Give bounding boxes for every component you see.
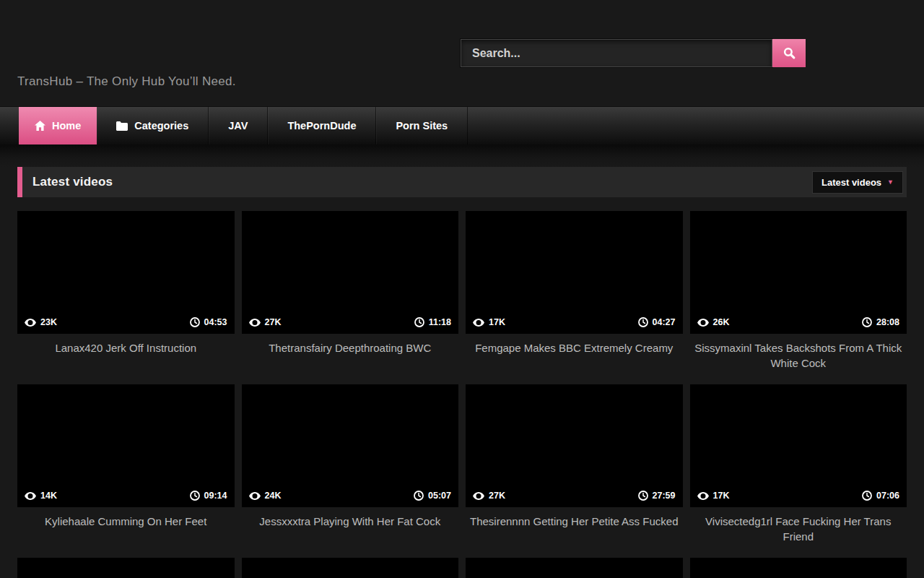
video-card[interactable]: 26K 28:08 Sissymaxinl Takes Backshots Fr… bbox=[690, 211, 907, 371]
duration: 04:53 bbox=[204, 317, 227, 327]
folder-icon bbox=[116, 121, 128, 131]
duration-meta: 04:27 bbox=[638, 317, 676, 327]
duration-meta: 09:14 bbox=[190, 491, 227, 501]
video-thumbnail[interactable] bbox=[466, 558, 683, 578]
nav-item-label: Categories bbox=[134, 120, 188, 131]
video-thumbnail[interactable]: 17K 07:06 bbox=[690, 384, 907, 507]
video-title[interactable]: Jessxxxtra Playing With Her Fat Cock bbox=[242, 514, 459, 544]
nav-item-home[interactable]: Home bbox=[19, 107, 97, 144]
duration: 07:06 bbox=[876, 491, 899, 501]
view-count: 23K bbox=[40, 317, 57, 327]
nav-item-categories[interactable]: Categories bbox=[97, 107, 209, 144]
video-card[interactable]: 17K 04:27 Femgape Makes BBC Extremely Cr… bbox=[466, 211, 683, 371]
site-tagline: TransHub – The Only Hub You’ll Need. bbox=[17, 74, 236, 89]
clock-icon bbox=[414, 317, 424, 327]
clock-icon bbox=[638, 491, 648, 501]
view-count: 27K bbox=[265, 317, 282, 327]
thumbnail-info: 23K 04:53 bbox=[17, 317, 235, 334]
video-title[interactable]: Sissymaxinl Takes Backshots From A Thick… bbox=[690, 340, 907, 371]
latest-videos-section-bar: Latest videos Latest videos ▼ bbox=[17, 167, 907, 197]
video-card[interactable]: 27K 27:59 Thesirennnn Getting Her Petite… bbox=[466, 384, 683, 544]
duration-meta: 07:06 bbox=[862, 491, 899, 501]
section-accent-bar bbox=[17, 167, 22, 197]
nav-item-porn-sites[interactable]: Porn Sites bbox=[376, 107, 468, 144]
video-card[interactable]: 17K 07:06 Vivisectedg1rl Face Fucking He… bbox=[690, 384, 907, 544]
search-input[interactable] bbox=[461, 39, 772, 67]
duration-meta: 11:18 bbox=[414, 317, 451, 327]
duration: 11:18 bbox=[429, 317, 451, 327]
video-thumbnail[interactable]: 14K 09:14 bbox=[17, 384, 235, 507]
video-thumbnail[interactable]: 27K 27:59 bbox=[466, 384, 683, 507]
clock-icon bbox=[862, 317, 872, 327]
video-card-partial[interactable] bbox=[242, 558, 459, 578]
video-thumbnail[interactable] bbox=[690, 558, 907, 578]
video-title[interactable]: Lanax420 Jerk Off Instruction bbox=[17, 340, 235, 371]
views-meta: 17K bbox=[473, 317, 505, 327]
nav-item-theporndude[interactable]: ThePornDude bbox=[268, 107, 376, 144]
video-title[interactable]: Thetransfairy Deepthroating BWC bbox=[242, 340, 459, 371]
video-card[interactable]: 23K 04:53 Lanax420 Jerk Off Instruction bbox=[17, 211, 235, 371]
video-thumbnail[interactable] bbox=[242, 558, 459, 578]
views-meta: 14K bbox=[25, 491, 57, 501]
video-card-partial[interactable] bbox=[690, 558, 907, 578]
caret-down-icon: ▼ bbox=[887, 179, 894, 186]
magnifier-icon bbox=[783, 46, 796, 60]
video-title[interactable]: Kyliehaale Cumming On Her Feet bbox=[17, 514, 235, 544]
sort-dropdown-button[interactable]: Latest videos ▼ bbox=[812, 171, 903, 194]
thumbnail-info: 26K 28:08 bbox=[690, 317, 907, 334]
video-title[interactable]: Femgape Makes BBC Extremely Creamy bbox=[466, 340, 683, 371]
home-icon bbox=[35, 121, 45, 131]
nav-item-jav[interactable]: JAV bbox=[209, 107, 268, 144]
nav-item-label: ThePornDude bbox=[287, 120, 356, 131]
search-button[interactable] bbox=[772, 39, 806, 67]
view-count: 26K bbox=[713, 317, 730, 327]
video-title[interactable]: Vivisectedg1rl Face Fucking Her Trans Fr… bbox=[690, 514, 907, 544]
view-count: 17K bbox=[489, 317, 505, 327]
nav-item-label: Home bbox=[52, 120, 81, 131]
video-thumbnail[interactable]: 23K 04:53 bbox=[17, 211, 235, 334]
video-thumbnail[interactable]: 24K 05:07 bbox=[242, 384, 459, 507]
views-meta: 27K bbox=[249, 317, 282, 327]
thumbnail-info: 24K 05:07 bbox=[242, 491, 459, 507]
nav-item-label: Porn Sites bbox=[396, 120, 448, 131]
views-meta: 26K bbox=[697, 317, 730, 327]
thumbnail-info: 27K 27:59 bbox=[466, 491, 683, 507]
eye-icon bbox=[697, 319, 709, 327]
clock-icon bbox=[862, 491, 872, 501]
video-thumbnail[interactable]: 27K 11:18 bbox=[242, 211, 459, 334]
video-title[interactable]: Thesirennnn Getting Her Petite Ass Fucke… bbox=[466, 514, 683, 544]
video-thumbnail[interactable] bbox=[17, 558, 235, 578]
view-count: 14K bbox=[40, 491, 57, 501]
views-meta: 23K bbox=[25, 317, 57, 327]
eye-icon bbox=[25, 492, 36, 500]
duration: 27:59 bbox=[653, 491, 676, 501]
thumbnail-info: 17K 07:06 bbox=[690, 491, 907, 507]
duration: 04:27 bbox=[653, 317, 676, 327]
duration-meta: 04:53 bbox=[190, 317, 227, 327]
views-meta: 24K bbox=[249, 491, 282, 501]
video-grid: 23K 04:53 Lanax420 Jerk Off Instruction … bbox=[17, 211, 907, 578]
search-form bbox=[461, 39, 806, 67]
eye-icon bbox=[249, 492, 261, 500]
duration-meta: 28:08 bbox=[862, 317, 899, 327]
video-thumbnail[interactable]: 17K 04:27 bbox=[466, 211, 683, 334]
site-header: TransHub – The Only Hub You’ll Need. bbox=[0, 0, 924, 106]
view-count: 27K bbox=[489, 491, 505, 501]
thumbnail-info: 27K 11:18 bbox=[242, 317, 459, 334]
video-card-partial[interactable] bbox=[466, 558, 683, 578]
video-card[interactable]: 27K 11:18 Thetransfairy Deepthroating BW… bbox=[242, 211, 459, 371]
video-thumbnail[interactable]: 26K 28:08 bbox=[690, 211, 907, 334]
views-meta: 27K bbox=[473, 491, 505, 501]
nav-item-label: JAV bbox=[228, 120, 248, 131]
thumbnail-info: 14K 09:14 bbox=[17, 491, 235, 507]
eye-icon bbox=[249, 319, 261, 327]
video-card[interactable]: 24K 05:07 Jessxxxtra Playing With Her Fa… bbox=[242, 384, 459, 544]
video-card-partial[interactable] bbox=[17, 558, 235, 578]
video-card[interactable]: 14K 09:14 Kyliehaale Cumming On Her Feet bbox=[17, 384, 235, 544]
section-title: Latest videos bbox=[32, 175, 113, 189]
view-count: 24K bbox=[265, 491, 282, 501]
nav-shadow bbox=[0, 144, 924, 167]
duration: 05:07 bbox=[428, 491, 451, 501]
eye-icon bbox=[473, 319, 484, 327]
sort-dropdown-label: Latest videos bbox=[821, 177, 881, 188]
